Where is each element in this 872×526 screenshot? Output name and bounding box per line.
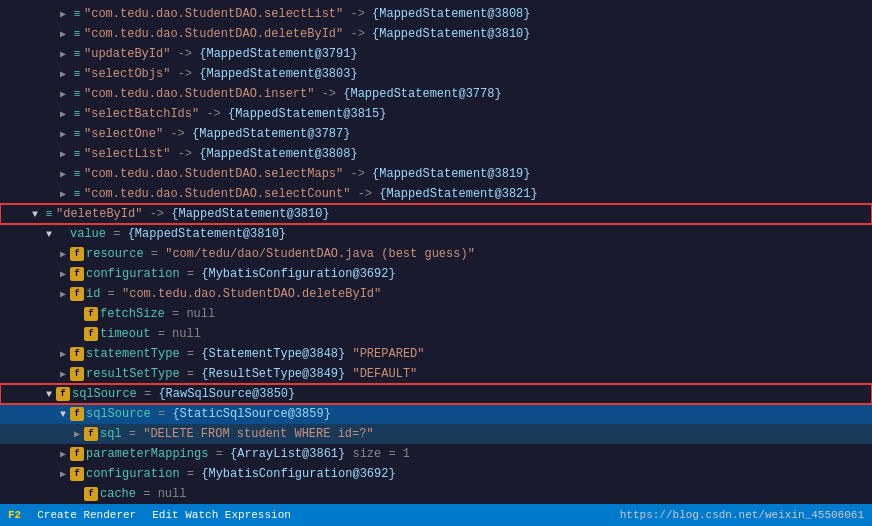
expand-arrow[interactable]: ▶	[56, 348, 70, 360]
expand-arrow[interactable]: ▶	[56, 188, 70, 200]
expand-arrow[interactable]: ▶	[56, 148, 70, 160]
tree-row[interactable]: ▶ ≡ "selectObjs" -> {MappedStatement@380…	[0, 64, 872, 84]
row-content: "selectObjs" -> {MappedStatement@3803}	[84, 67, 358, 81]
row-content: cache = null	[100, 487, 186, 501]
tree-row[interactable]: ▶ f resource = "com/tedu/dao/StudentDAO.…	[0, 244, 872, 264]
tree-row[interactable]: ▶ ≡ "com.tedu.dao.StudentDAO.deleteById"…	[0, 24, 872, 44]
f-icon: f	[70, 287, 84, 301]
expand-arrow[interactable]: ▼	[28, 209, 42, 220]
expand-arrow[interactable]: ▶	[56, 88, 70, 100]
row-content: "com.tedu.dao.StudentDAO.selectMaps" -> …	[84, 167, 531, 181]
tree-row[interactable]: ▼ value = {MappedStatement@3810}	[0, 224, 872, 244]
row-content: resultSetType = {ResultSetType@3849} "DE…	[86, 367, 417, 381]
row-content: sqlSource = {RawSqlSource@3850}	[72, 387, 295, 401]
tree-row[interactable]: ▶ f parameterMappings = {ArrayList@3861}…	[0, 444, 872, 464]
list-icon: ≡	[70, 68, 84, 80]
expand-arrow[interactable]: ▶	[56, 128, 70, 140]
tree-row[interactable]: ▶ f resultSetType = {ResultSetType@3849}…	[0, 364, 872, 384]
status-website: https://blog.csdn.net/weixin_45506061	[620, 509, 864, 521]
row-content: parameterMappings = {ArrayList@3861} siz…	[86, 447, 410, 461]
edit-watch-label[interactable]: Edit Watch Expression	[152, 509, 291, 521]
row-content: "deleteById" -> {MappedStatement@3810}	[56, 207, 330, 221]
row-content: configuration = {MybatisConfiguration@36…	[86, 267, 396, 281]
row-content: fetchSize = null	[100, 307, 215, 321]
tree-row[interactable]: ▶ ≡ "selectList" -> {MappedStatement@380…	[0, 144, 872, 164]
debug-tree-area: ▶ ≡ "com.tedu.dao.StudentDAO.selectList"…	[0, 0, 872, 504]
list-icon: ≡	[70, 28, 84, 40]
row-content: "com.tedu.dao.StudentDAO.selectList" -> …	[84, 7, 531, 21]
row-content: "com.tedu.dao.StudentDAO.deleteById" -> …	[84, 27, 531, 41]
list-icon: ≡	[70, 48, 84, 60]
status-bar: F2 Create Renderer Edit Watch Expression…	[0, 504, 872, 526]
list-icon: ≡	[70, 128, 84, 140]
tree-row[interactable]: ▶ ≡ "com.tedu.dao.StudentDAO.selectMaps"…	[0, 164, 872, 184]
static-sql-source-row[interactable]: ▼ f sqlSource = {StaticSqlSource@3859}	[0, 404, 872, 424]
status-left: F2 Create Renderer Edit Watch Expression	[8, 509, 291, 521]
expand-arrow[interactable]: ▶	[70, 428, 84, 440]
f-icon: f	[70, 367, 84, 381]
tree-row[interactable]: ▶ ≡ "com.tedu.dao.StudentDAO.selectList"…	[0, 4, 872, 24]
list-icon: ≡	[70, 168, 84, 180]
tree-row[interactable]: ▶ ≡ "selectOne" -> {MappedStatement@3787…	[0, 124, 872, 144]
row-content: resource = "com/tedu/dao/StudentDAO.java…	[86, 247, 475, 261]
tree-row[interactable]: ▶ ≡ "com.tedu.dao.StudentDAO.insert" -> …	[0, 84, 872, 104]
f2-key: F2	[8, 509, 21, 521]
tree-row[interactable]: ▶ f configuration = {MybatisConfiguratio…	[0, 464, 872, 484]
expand-arrow[interactable]: ▶	[56, 468, 70, 480]
tree-row[interactable]: ▶ ≡ "com.tedu.dao.StudentDAO.selectCount…	[0, 184, 872, 204]
tree-row[interactable]: ▶ ≡ "updateById" -> {MappedStatement@379…	[0, 44, 872, 64]
expand-arrow[interactable]: ▶	[56, 28, 70, 40]
f-icon: f	[70, 247, 84, 261]
expand-arrow[interactable]: ▶	[56, 48, 70, 60]
row-content: "selectBatchIds" -> {MappedStatement@381…	[84, 107, 386, 121]
delete-by-id-row[interactable]: ▼ ≡ "deleteById" -> {MappedStatement@381…	[0, 204, 872, 224]
f-icon: f	[56, 387, 70, 401]
row-content: "updateById" -> {MappedStatement@3791}	[84, 47, 358, 61]
expand-arrow[interactable]: ▶	[56, 108, 70, 120]
f-icon: f	[84, 487, 98, 501]
tree-row[interactable]: ▶ f timeout = null	[0, 324, 872, 344]
row-content: sql = "DELETE FROM student WHERE id=?"	[100, 427, 374, 441]
list-icon: ≡	[70, 188, 84, 200]
expand-arrow[interactable]: ▶	[56, 448, 70, 460]
expand-arrow[interactable]: ▼	[42, 229, 56, 240]
list-icon: ≡	[70, 148, 84, 160]
expand-arrow[interactable]: ▶	[56, 268, 70, 280]
tree-row[interactable]: ▶ ≡ "selectBatchIds" -> {MappedStatement…	[0, 104, 872, 124]
tree-row[interactable]: ▶ f statementType = {StatementType@3848}…	[0, 344, 872, 364]
f-icon: f	[70, 267, 84, 281]
row-content: configuration = {MybatisConfiguration@36…	[86, 467, 396, 481]
f-icon: f	[84, 307, 98, 321]
tree-row[interactable]: ▶ f cache = null	[0, 484, 872, 504]
f-icon: f	[70, 447, 84, 461]
f-icon: f	[70, 467, 84, 481]
create-renderer-label[interactable]: Create Renderer	[37, 509, 136, 521]
expand-arrow[interactable]: ▶	[56, 288, 70, 300]
f-icon: f	[70, 347, 84, 361]
row-content: timeout = null	[100, 327, 201, 341]
sql-source-row[interactable]: ▼ f sqlSource = {RawSqlSource@3850}	[0, 384, 872, 404]
expand-arrow[interactable]: ▶	[56, 248, 70, 260]
row-content: "selectOne" -> {MappedStatement@3787}	[84, 127, 350, 141]
expand-arrow[interactable]: ▼	[56, 409, 70, 420]
sql-delete-row[interactable]: ▶ f sql = "DELETE FROM student WHERE id=…	[0, 424, 872, 444]
expand-arrow[interactable]: ▶	[56, 68, 70, 80]
tree-row[interactable]: ▶ f id = "com.tedu.dao.StudentDAO.delete…	[0, 284, 872, 304]
tree-row[interactable]: ▶ f fetchSize = null	[0, 304, 872, 324]
expand-arrow[interactable]: ▶	[56, 168, 70, 180]
tree-row[interactable]: ▶ f configuration = {MybatisConfiguratio…	[0, 264, 872, 284]
expand-arrow[interactable]: ▼	[42, 389, 56, 400]
expand-arrow[interactable]: ▶	[56, 8, 70, 20]
row-content: sqlSource = {StaticSqlSource@3859}	[86, 407, 331, 421]
row-content: "com.tedu.dao.StudentDAO.selectCount" ->…	[84, 187, 538, 201]
list-icon: ≡	[42, 208, 56, 220]
f-icon: f	[70, 407, 84, 421]
list-icon: ≡	[70, 108, 84, 120]
list-icon: ≡	[70, 8, 84, 20]
f-icon: f	[84, 327, 98, 341]
row-content: statementType = {StatementType@3848} "PR…	[86, 347, 424, 361]
list-icon: ≡	[70, 88, 84, 100]
row-content: id = "com.tedu.dao.StudentDAO.deleteById…	[86, 287, 381, 301]
expand-arrow[interactable]: ▶	[56, 368, 70, 380]
row-content: "com.tedu.dao.StudentDAO.insert" -> {Map…	[84, 87, 502, 101]
